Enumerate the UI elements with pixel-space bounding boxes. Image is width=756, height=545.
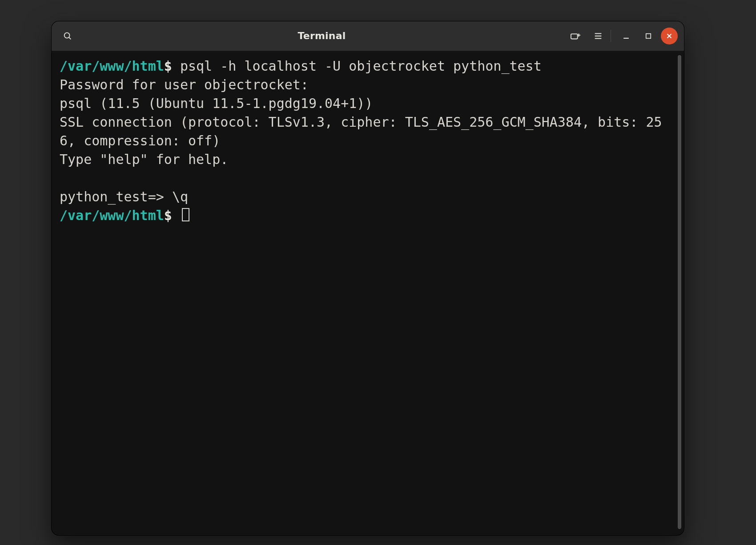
scrollbar-thumb[interactable] xyxy=(678,55,681,529)
shell-prompt-path: /var/www/html xyxy=(60,208,164,223)
hamburger-menu-icon[interactable] xyxy=(588,26,608,46)
terminal-line: psql (11.5 (Ubuntu 11.5-1.pgdg19.04+1)) xyxy=(60,94,676,113)
terminal-line: python_test=> \q xyxy=(60,188,676,206)
terminal-body[interactable]: /var/www/html$ psql -h localhost -U obje… xyxy=(52,52,684,535)
terminal-line: Type "help" for help. xyxy=(60,150,676,169)
svg-rect-8 xyxy=(646,34,651,39)
terminal-line: /var/www/html$ psql -h localhost -U obje… xyxy=(60,57,676,76)
shell-prompt-path: /var/www/html xyxy=(60,58,164,74)
titlebar: Terminal xyxy=(52,21,684,51)
svg-line-1 xyxy=(69,37,71,39)
terminal-window: Terminal xyxy=(52,21,684,535)
psql-prompt: python_test=> xyxy=(60,189,172,204)
svg-point-0 xyxy=(64,33,70,38)
search-icon[interactable] xyxy=(58,26,77,46)
window-title: Terminal xyxy=(80,31,563,41)
shell-prompt-symbol: $ xyxy=(164,58,180,74)
close-button[interactable] xyxy=(661,28,678,44)
new-tab-icon[interactable] xyxy=(566,26,586,46)
cursor xyxy=(182,208,189,221)
minimize-button[interactable] xyxy=(616,26,636,46)
shell-command: psql -h localhost -U objectrocket python… xyxy=(180,58,542,74)
terminal-line: /var/www/html$ xyxy=(60,206,676,225)
titlebar-divider xyxy=(611,30,611,42)
psql-command: \q xyxy=(172,189,188,204)
terminal-line: Password for user objectrocket: xyxy=(60,76,676,94)
scrollbar[interactable] xyxy=(678,55,681,529)
shell-prompt-symbol: $ xyxy=(164,208,180,223)
maximize-button[interactable] xyxy=(639,26,658,46)
terminal-line: SSL connection (protocol: TLSv1.3, ciphe… xyxy=(60,113,676,150)
terminal-line xyxy=(60,169,676,188)
